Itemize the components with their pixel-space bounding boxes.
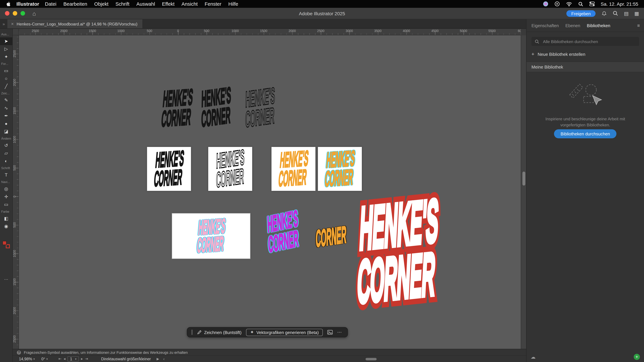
curvature-tool[interactable]: ∿ [0, 104, 12, 112]
app-search-icon[interactable] [613, 11, 618, 16]
line-tool[interactable]: ╱ [0, 82, 12, 90]
fill-stroke-swatch[interactable] [2, 241, 10, 248]
vertical-scrollbar-thumb[interactable] [522, 172, 525, 186]
previous-artboard-icon[interactable]: ◂ [64, 357, 66, 361]
vertical-scrollbar[interactable] [521, 35, 526, 349]
menu-item[interactable]: Hilfe [228, 1, 238, 7]
gradient-tool[interactable]: ◧ [0, 215, 12, 223]
blob-brush-tool[interactable]: ● [0, 120, 12, 128]
tool-section-label: For... [1, 62, 8, 66]
minimize-window-button[interactable] [13, 11, 17, 15]
document-tab[interactable]: × Henkes-Corner_Logo_Moodboard.ai* @ 14,… [8, 19, 143, 28]
ellipse-tool[interactable]: ○ [0, 75, 12, 83]
status-back-icon[interactable]: ‹ [163, 357, 164, 361]
rotate-tool[interactable]: ↺ [0, 142, 12, 149]
pencil-tool[interactable]: ✎ [0, 96, 12, 104]
zoom-window-button[interactable] [20, 11, 25, 15]
menu-item[interactable]: Bearbeiten [64, 1, 87, 7]
active-app-menu[interactable]: Illustrator [16, 1, 39, 7]
share-button[interactable]: Freigeben [566, 10, 596, 16]
width-tool[interactable]: ◐ [0, 157, 12, 165]
toolbar-section-zeichnen: Zeic... [0, 90, 12, 96]
help-icon[interactable]: ? [17, 350, 21, 354]
menu-bar-status-area: Sa. 12. Apr. 21:55 [543, 1, 638, 6]
artboard-pink-logo[interactable]: HENKE'SCORNER [172, 213, 250, 258]
direct-selection-tool[interactable]: ▷ [0, 45, 12, 53]
selection-tool[interactable]: ➤ [0, 37, 12, 45]
menu-item[interactable]: Effekt [162, 1, 174, 7]
tool-icon: ◎ [4, 187, 8, 191]
scale-tool[interactable]: ▱ [0, 149, 12, 157]
ruler-label: 1000 [113, 29, 129, 33]
logo-orange-cyan-outline[interactable]: HENKE'SCORNER [304, 155, 375, 183]
logo-black-outline[interactable]: HENKE'SCORNER [223, 93, 297, 123]
siri-icon[interactable] [543, 1, 548, 6]
magic-wand-tool[interactable]: ✦ [0, 53, 12, 61]
artwork-canvas[interactable]: HENKE'SCORNER HENKE'SCORNER HENKE'SCORNE… [19, 35, 521, 349]
wifi-icon[interactable] [566, 1, 572, 6]
logo-black-on-white[interactable]: HENKE'SCORNER [134, 155, 204, 183]
rotation-dropdown[interactable]: 0°▾ [42, 357, 48, 361]
create-library-button[interactable]: + Neue Bibliothek erstellen [532, 52, 639, 57]
hand-tool[interactable]: ✛ [0, 193, 12, 201]
close-tab-icon[interactable]: × [11, 21, 14, 26]
ruler-label: 1500 [13, 104, 17, 118]
home-icon[interactable]: ⌂ [32, 10, 36, 16]
arrange-documents-icon[interactable]: ▤ [624, 11, 629, 16]
tab-overflow-chevron[interactable]: » [0, 19, 8, 28]
type-tool[interactable]: T [0, 171, 12, 179]
zoom-level-dropdown[interactable]: 14,98%▾ [19, 357, 35, 361]
image-icon[interactable] [327, 330, 333, 335]
library-search-input[interactable] [542, 39, 636, 44]
menu-item[interactable]: Ansicht [182, 1, 198, 7]
last-artboard-icon[interactable]: ⇥ [85, 357, 88, 361]
close-window-button[interactable] [5, 11, 10, 15]
artboard-black-logo[interactable]: HENKE'SCORNER [147, 147, 191, 191]
artboard-orange-cyan-logo[interactable]: HENKE'SCORNER [318, 147, 362, 191]
zoom-tool[interactable]: ◎ [0, 185, 12, 193]
workspace-switcher-icon[interactable]: ▦ [634, 11, 639, 16]
panel-menu-icon[interactable]: ≡ [637, 23, 640, 28]
my-library-item[interactable]: Meine Bibliothek [526, 61, 644, 72]
sync-status-cloud-icon[interactable]: ☁ [531, 355, 536, 359]
title-bar-actions: Freigeben ▤ ▦ [566, 10, 639, 16]
menu-item[interactable]: Objekt [94, 1, 108, 7]
status-play-icon[interactable]: ▶ [157, 357, 159, 361]
ruler-origin-corner[interactable] [13, 29, 19, 35]
menu-bar-clock[interactable]: Sa. 12. Apr. 21:55 [601, 1, 638, 6]
first-artboard-icon[interactable]: ⇤ [58, 357, 62, 361]
tab-ebenen[interactable]: Ebenen [565, 23, 580, 28]
logo-outline-on-white[interactable]: HENKE'SCORNER [195, 155, 266, 183]
browse-libraries-button[interactable]: Bibliotheken durchsuchen [554, 129, 616, 138]
menu-item[interactable]: Datei [45, 1, 56, 7]
control-center-icon[interactable] [589, 2, 594, 6]
spotlight-icon[interactable] [578, 1, 583, 6]
eraser-tool[interactable]: ◪ [0, 128, 12, 136]
menu-item[interactable]: Fenster [204, 1, 221, 7]
pen-tool[interactable]: ✒ [0, 112, 12, 120]
apple-icon[interactable] [6, 1, 10, 7]
artboard-tool[interactable]: ▭ [0, 201, 12, 209]
artboard-outline-logo[interactable]: HENKE'SCORNER [208, 147, 252, 191]
menu-item[interactable]: Schrift [116, 1, 129, 7]
menu-item[interactable]: Auswahl [136, 1, 155, 7]
shape-builder-tool[interactable]: ◉ [0, 222, 12, 230]
tab-bibliotheken[interactable]: Bibliotheken [587, 23, 610, 28]
contextual-task-bar: Zeichnen (Buntstift) ✦ Vektorgrafiken ge… [187, 327, 348, 337]
horizontal-scrollbar-thumb[interactable] [366, 358, 377, 361]
notifications-bell-icon[interactable] [602, 10, 607, 16]
tab-eigenschaften[interactable]: Eigenschaften [532, 23, 559, 28]
add-button[interactable]: + [634, 354, 640, 360]
draw-pencil-button[interactable]: Zeichnen (Buntstift) [197, 330, 242, 335]
generate-vectors-button[interactable]: ✦ Vektorgrafiken generieren (Beta) [246, 329, 323, 336]
more-tools-icon[interactable]: ⋯ [4, 277, 8, 282]
rectangle-tool[interactable]: ▭ [0, 67, 12, 75]
logo-pink-cyan-outline[interactable]: HENKE'SCORNER [178, 222, 245, 250]
task-bar-drag-handle[interactable] [191, 330, 192, 335]
fill-swatch[interactable] [2, 241, 6, 245]
task-bar-more-icon[interactable]: ⋯ [337, 330, 342, 335]
next-artboard-icon[interactable]: ▸ [81, 357, 83, 361]
artboard-number-field[interactable]: 1▾ [68, 356, 79, 362]
screen-mirroring-icon[interactable] [554, 1, 560, 6]
logo-red-white-large[interactable]: HENKE'SCORNER HENKE'SCORNER [299, 211, 496, 292]
